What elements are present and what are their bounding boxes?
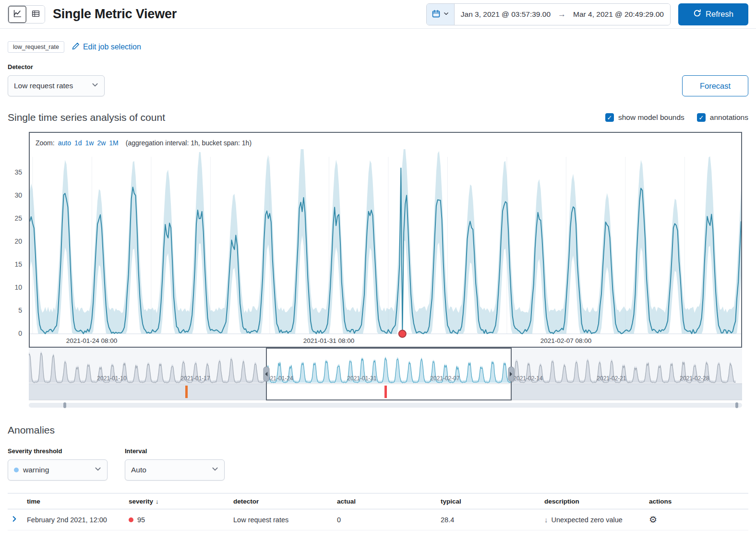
- y-axis-tick-label: 20: [0, 237, 22, 245]
- severity-threshold-value: warning: [23, 466, 49, 474]
- aggregation-note: (aggregation interval: 1h, bucket span: …: [126, 139, 252, 147]
- y-axis-tick-label: 35: [0, 168, 22, 176]
- svg-text:2021-01-31: 2021-01-31: [347, 375, 377, 382]
- context-scrollbar-thumb-right[interactable]: [735, 402, 738, 408]
- row-actions-gear-icon[interactable]: ⚙: [649, 515, 657, 524]
- interval-label: Interval: [125, 447, 225, 455]
- refresh-button[interactable]: Refresh: [678, 3, 748, 25]
- cell-actual: 0: [337, 516, 441, 524]
- chart-view-button[interactable]: [8, 6, 26, 23]
- severity-threshold-label: Severity threshold: [8, 447, 108, 455]
- detector-label: Detector: [8, 63, 105, 70]
- table-view-button[interactable]: [26, 6, 45, 23]
- edit-job-selection-label: Edit job selection: [83, 43, 141, 51]
- header-detector[interactable]: detector: [233, 498, 337, 505]
- header-typical[interactable]: typical: [441, 498, 544, 505]
- svg-text:2021-02-21: 2021-02-21: [597, 375, 626, 382]
- zoom-1d-link[interactable]: 1d: [74, 139, 82, 147]
- edit-job-selection-link[interactable]: Edit job selection: [72, 42, 141, 52]
- context-chart-container: 2021-01-102021-01-172021-01-242021-01-31…: [29, 348, 742, 410]
- context-scrollbar-track: [29, 403, 742, 408]
- calendar-icon: [432, 10, 440, 19]
- detector-row: Detector Low request rates Forecast: [0, 53, 756, 96]
- main-chart-container: Zoom: auto 1d 1w 2w 1M (aggregation inte…: [29, 132, 742, 348]
- context-scrollbar-thumb-left[interactable]: [63, 402, 66, 408]
- y-axis-tick-label: 5: [0, 306, 22, 314]
- detector-select[interactable]: Low request rates: [8, 75, 105, 96]
- anomalies-section: Anomalies Severity threshold warning Int…: [0, 410, 756, 530]
- header-description[interactable]: description: [544, 498, 649, 505]
- pencil-icon: [72, 42, 80, 52]
- arrow-down-icon: ↓: [544, 516, 548, 524]
- page-header: Single Metric Viewer Jan 3, 2021 @ 03:57…: [0, 0, 756, 29]
- job-selection-row: low_request_rate Edit job selection: [0, 29, 756, 53]
- warning-severity-dot-icon: [14, 468, 19, 472]
- critical-severity-dot-icon: [129, 517, 133, 522]
- zoom-label: Zoom:: [36, 139, 55, 147]
- date-range-picker: Jan 3, 2021 @ 03:57:39.00 → Mar 4, 2021 …: [426, 3, 671, 25]
- chevron-down-icon: [212, 466, 218, 474]
- anomaly-swimlane-marker: [185, 386, 188, 398]
- y-axis-tick-label: 10: [0, 283, 22, 291]
- header-severity[interactable]: severity↓: [129, 498, 233, 505]
- anomalies-heading: Anomalies: [8, 424, 748, 436]
- svg-text:2021-01-17: 2021-01-17: [180, 375, 210, 382]
- arrow-right-icon: →: [557, 10, 567, 19]
- zoom-auto-link[interactable]: auto: [58, 139, 71, 147]
- anomalies-table: time severity↓ detector actual typical d…: [8, 493, 748, 530]
- zoom-1w-link[interactable]: 1w: [85, 139, 94, 147]
- table-icon: [32, 10, 40, 19]
- zoom-1M-link[interactable]: 1M: [109, 139, 118, 147]
- svg-text:2021-02-07 08:00: 2021-02-07 08:00: [540, 337, 592, 344]
- end-date-button[interactable]: Mar 4, 2021 @ 20:49:29.00: [567, 4, 670, 25]
- interval-select[interactable]: Auto: [125, 459, 225, 481]
- y-axis-tick-label: 30: [0, 191, 22, 199]
- sort-desc-icon: ↓: [156, 498, 159, 505]
- annotations-toggle[interactable]: ✓ annotations: [697, 113, 748, 122]
- view-toggle-group: [8, 5, 45, 23]
- anomaly-table-row: February 2nd 2021, 12:00 95 Low request …: [8, 509, 748, 530]
- forecast-button[interactable]: Forecast: [682, 75, 748, 96]
- header-actions: actions: [649, 498, 748, 505]
- cell-severity: 95: [129, 516, 233, 524]
- series-header-row: Single time series analysis of count ✓ s…: [0, 96, 756, 123]
- brush-handle-left[interactable]: [264, 367, 269, 381]
- y-axis-tick-label: 0: [0, 329, 22, 337]
- brush-handle-right[interactable]: [508, 367, 514, 381]
- chevron-down-icon: [444, 11, 449, 18]
- chevron-down-icon: [95, 466, 101, 474]
- main-chart-svg[interactable]: 2021-01-24 08:002021-01-31 08:002021-02-…: [30, 149, 741, 347]
- context-chart-svg[interactable]: 2021-01-102021-01-172021-01-242021-01-31…: [29, 348, 742, 410]
- svg-text:2021-02-07: 2021-02-07: [430, 375, 460, 382]
- time-series-chart-area: 05101520253035 Zoom: auto 1d 1w 2w 1M (a…: [0, 132, 756, 410]
- anomalies-table-header: time severity↓ detector actual typical d…: [8, 493, 748, 509]
- refresh-label: Refresh: [706, 10, 733, 19]
- line-chart-icon: [13, 10, 22, 19]
- chevron-right-icon: [11, 516, 18, 524]
- interval-value: Auto: [131, 466, 146, 474]
- model-bounds-toggle[interactable]: ✓ show model bounds: [605, 113, 684, 122]
- annotations-label: annotations: [710, 113, 748, 122]
- header-actual[interactable]: actual: [337, 498, 441, 505]
- svg-text:2021-02-14: 2021-02-14: [513, 375, 543, 382]
- svg-text:2021-01-24 08:00: 2021-01-24 08:00: [66, 337, 118, 344]
- row-expand-button[interactable]: [8, 513, 21, 527]
- refresh-icon: [693, 9, 701, 19]
- page-title: Single Metric Viewer: [53, 7, 177, 22]
- cell-description: ↓ Unexpected zero value: [544, 516, 649, 524]
- cell-detector: Low request rates: [233, 516, 337, 524]
- svg-text:2021-02-28: 2021-02-28: [680, 375, 709, 382]
- anomaly-marker: [399, 330, 406, 338]
- header-time[interactable]: time: [27, 498, 129, 505]
- cell-time: February 2nd 2021, 12:00: [27, 516, 129, 524]
- svg-text:2021-01-10: 2021-01-10: [97, 375, 127, 382]
- y-axis-tick-label: 15: [0, 260, 22, 268]
- zoom-controls: Zoom: auto 1d 1w 2w 1M (aggregation inte…: [30, 133, 741, 149]
- calendar-dropdown-button[interactable]: [427, 4, 455, 25]
- zoom-2w-link[interactable]: 2w: [97, 139, 106, 147]
- start-date-button[interactable]: Jan 3, 2021 @ 03:57:39.00: [455, 4, 557, 25]
- svg-text:2021-01-31 08:00: 2021-01-31 08:00: [303, 337, 355, 344]
- checkbox-checked-icon: ✓: [697, 113, 706, 122]
- series-title: Single time series analysis of count: [8, 112, 165, 123]
- severity-threshold-select[interactable]: warning: [8, 459, 108, 481]
